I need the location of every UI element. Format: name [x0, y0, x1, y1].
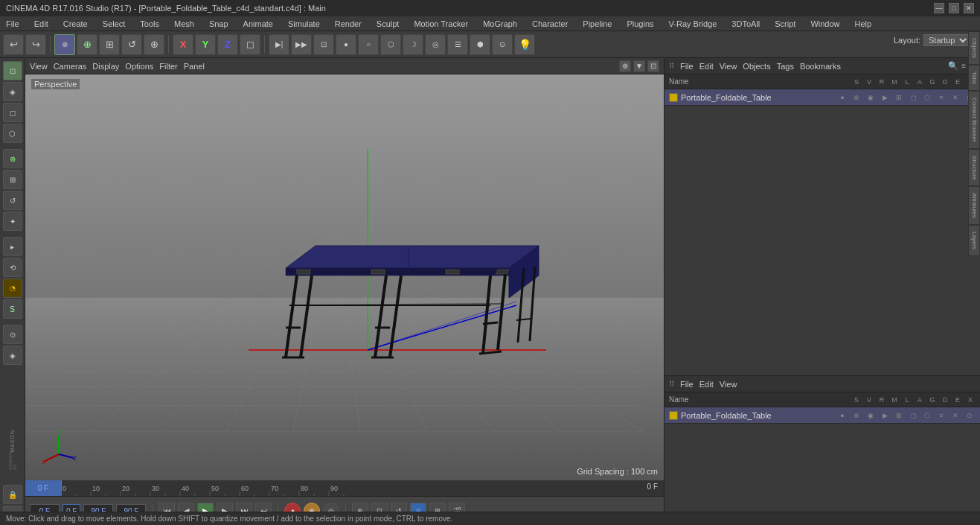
obj-icon-r[interactable]: ◉	[865, 92, 876, 103]
minimize-button[interactable]: —	[934, 3, 944, 13]
deform-btn[interactable]: ☽	[403, 34, 423, 55]
vp-maximize-icon[interactable]: ⊡	[647, 60, 659, 72]
obj-icon-v[interactable]: ⊕	[851, 92, 862, 103]
transform-tool-button[interactable]: ⊕	[144, 34, 164, 55]
menu-3dtoall[interactable]: 3DToAll	[728, 19, 763, 28]
vp-menu-panel[interactable]: Panel	[184, 62, 205, 71]
obj-menu-view[interactable]: View	[720, 62, 737, 71]
left-tool-edges[interactable]: ◈	[3, 82, 22, 101]
menu-edit[interactable]: Edit	[31, 19, 51, 28]
menu-create[interactable]: Create	[60, 19, 91, 28]
vp-menu-cameras[interactable]: Cameras	[54, 62, 87, 71]
obj-menu-bookmarks[interactable]: Bookmarks	[800, 62, 841, 71]
left-tool-snap[interactable]: ⟲	[3, 258, 22, 277]
menu-tools[interactable]: Tools	[137, 19, 162, 28]
menu-file[interactable]: File	[3, 19, 22, 28]
menu-sculpt[interactable]: Sculpt	[374, 19, 403, 28]
bobj-icon-v[interactable]: ⊕	[851, 410, 862, 421]
vp-down-icon[interactable]: ▼	[633, 60, 645, 72]
close-button[interactable]: ✕	[964, 3, 974, 13]
vp-menu-options[interactable]: Options	[125, 62, 153, 71]
layout-select[interactable]: Startup	[923, 34, 970, 46]
tag-btn[interactable]: ⬢	[470, 34, 490, 55]
bobj-icon-r[interactable]: ◉	[865, 410, 876, 421]
menu-help[interactable]: Help	[852, 19, 875, 28]
left-tool-rotate[interactable]: ↺	[3, 191, 22, 210]
bobj-icon-s[interactable]: ●	[837, 410, 848, 421]
obj-bottom-file[interactable]: File	[680, 380, 694, 389]
left-tool-anim[interactable]: ⊙	[3, 325, 22, 344]
side-tab-attributes[interactable]: Attributes	[968, 186, 980, 225]
menu-select[interactable]: Select	[100, 19, 129, 28]
obj-icon-a[interactable]: ◻	[908, 92, 918, 103]
side-tab-layers[interactable]: Layers	[968, 225, 980, 256]
bobj-icon-l[interactable]: ⊞	[894, 410, 904, 421]
obj-icon-e[interactable]: ✕	[950, 92, 961, 103]
nurbs-btn[interactable]: ○	[358, 34, 379, 55]
rotate-tool-button[interactable]: ↺	[121, 34, 142, 55]
side-tab-tabs[interactable]: Tabs	[968, 65, 980, 91]
vp-menu-view[interactable]: View	[30, 62, 48, 71]
left-tool-extra[interactable]: ◈	[3, 346, 22, 365]
obj-icon-g[interactable]: ⬡	[922, 92, 932, 103]
obj-icon-m[interactable]: ▶	[880, 92, 890, 103]
left-tool-s[interactable]: S	[3, 299, 22, 319]
light2-btn[interactable]: 💡	[514, 34, 535, 55]
z-axis-button[interactable]: Z	[217, 34, 238, 55]
menu-simulate[interactable]: Simulate	[285, 19, 323, 28]
obj-icon-s[interactable]: ●	[837, 92, 848, 103]
side-tab-objects[interactable]: Objects	[968, 31, 980, 65]
left-tool-points[interactable]: ⊡	[3, 61, 22, 80]
bobj-icon-e[interactable]: ✕	[950, 410, 961, 421]
bobj-icon-g[interactable]: ⬡	[922, 410, 932, 421]
menu-script[interactable]: Script	[772, 19, 798, 28]
redo-button[interactable]: ↪	[25, 34, 46, 55]
hex-btn[interactable]: ⬡	[380, 34, 401, 55]
obj-menu-file[interactable]: File	[680, 62, 694, 71]
obj-icon-l[interactable]: ⊞	[894, 92, 904, 103]
menu-animate[interactable]: Animate	[240, 19, 276, 28]
bobj-icon-m[interactable]: ▶	[880, 410, 890, 421]
menu-plugins[interactable]: Plugins	[624, 19, 656, 28]
y-axis-button[interactable]: Y	[195, 34, 216, 55]
left-tool-move[interactable]: ⊕	[3, 149, 22, 168]
left-tool-live[interactable]: ▸	[3, 237, 22, 256]
obj-menu-edit[interactable]: Edit	[699, 62, 714, 71]
side-tab-content-browser[interactable]: Content Browser	[968, 91, 980, 149]
menu-character[interactable]: Character	[529, 19, 571, 28]
x-axis-button[interactable]: X	[173, 34, 193, 55]
menu-pipeline[interactable]: Pipeline	[580, 19, 615, 28]
obj-icon-d[interactable]: ≡	[936, 92, 947, 103]
bobj-icon-a[interactable]: ◻	[908, 410, 918, 421]
undo-button[interactable]: ↩	[3, 34, 24, 55]
obj-bottom-edit[interactable]: Edit	[699, 380, 714, 389]
sphere-btn[interactable]: ●	[336, 34, 356, 55]
left-tool-obj[interactable]: ⬡	[3, 124, 22, 143]
obj-bottom-row-table[interactable]: Portable_Foldable_Table ● ⊕ ◉ ▶ ⊞ ◻ ⬡ ≡ …	[664, 407, 980, 424]
menu-render[interactable]: Render	[332, 19, 365, 28]
viewport-3d[interactable]: Perspective Grid Spacing : 100 cm Y X Z	[25, 74, 664, 480]
left-tool-poly[interactable]: ◻	[3, 103, 22, 122]
side-tab-structure[interactable]: Structure	[968, 149, 980, 186]
keyframe-button[interactable]: ▶|	[269, 34, 289, 55]
obj-row-table[interactable]: Portable_Foldable_Table ● ⊕ ◉ ▶ ⊞ ◻ ⬡ ≡ …	[664, 89, 980, 106]
vp-menu-filter[interactable]: Filter	[159, 62, 177, 71]
scale-tool-button[interactable]: ⊞	[99, 34, 120, 55]
vp-menu-display[interactable]: Display	[92, 62, 119, 71]
menu-vray[interactable]: V-Ray Bridge	[666, 19, 720, 28]
obj-sort-icon[interactable]: ≡	[961, 62, 966, 70]
left-tool-scale[interactable]: ⊞	[3, 170, 22, 189]
render-btn[interactable]: ⊙	[492, 34, 513, 55]
bobj-icon-x[interactable]: ⊙	[964, 410, 975, 421]
menu-motion-tracker[interactable]: Motion Tracker	[411, 19, 471, 28]
bobj-icon-d[interactable]: ≡	[936, 410, 947, 421]
timeline-ruler[interactable]: 0 F 0 10 20 30 40 50 60 70 80 90	[25, 480, 664, 497]
obj-btn[interactable]: ⊡	[313, 34, 334, 55]
anim-button2[interactable]: ▶▶	[291, 34, 312, 55]
menu-window[interactable]: Window	[807, 19, 842, 28]
menu-mograph[interactable]: MoGraph	[480, 19, 520, 28]
left-tool-lock[interactable]: 🔒	[3, 485, 22, 504]
obj-menu-tags[interactable]: Tags	[777, 62, 794, 71]
left-tool-select[interactable]: ✦	[3, 211, 22, 231]
vp-move-icon[interactable]: ⊕	[619, 60, 631, 72]
